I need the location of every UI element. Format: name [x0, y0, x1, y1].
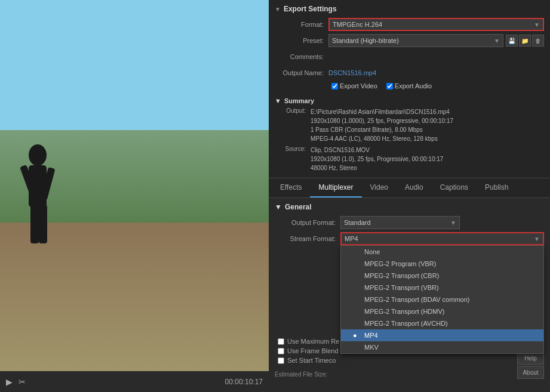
- summary-collapse-arrow[interactable]: ▼: [275, 97, 281, 104]
- estimated-file-size-row: Estimated File Size:: [269, 369, 550, 379]
- stream-option-mpeg2-transport-vbr[interactable]: MPEG-2 Transport (VBR): [341, 282, 543, 294]
- export-settings-title: Export Settings: [284, 5, 337, 13]
- use-frame-blend-input[interactable]: [278, 348, 284, 354]
- output-format-dropdown[interactable]: Standard ▼: [340, 216, 460, 229]
- stream-format-label: Stream Format:: [275, 235, 340, 242]
- output-format-label: Output Format:: [275, 219, 340, 226]
- summary-title: Summary: [284, 97, 314, 104]
- stream-option-mpeg2-bdav[interactable]: MPEG-2 Transport (BDAV common): [341, 294, 543, 305]
- stream-format-row: Stream Format: MP4 ▼ None: [275, 232, 544, 245]
- set-start-timecode-row: Set Start Timeco: [278, 357, 544, 364]
- preset-icons: 💾 📁 🗑: [506, 35, 544, 47]
- stream-option-mpeg2-transport-cbr[interactable]: MPEG-2 Transport (CBR): [341, 270, 543, 282]
- play-button[interactable]: ▶: [6, 377, 13, 387]
- tab-captions[interactable]: Captions: [432, 178, 477, 197]
- stream-option-mp4[interactable]: ● MP4: [341, 329, 543, 341]
- stream-format-arrow: ▼: [534, 236, 540, 242]
- stream-option-mpeg2-program[interactable]: MPEG-2 Program (VBR): [341, 258, 543, 270]
- export-settings-panel: ▼ Export Settings Format: TMPGEnc H.264 …: [269, 0, 550, 97]
- export-audio-label: Export Audio: [395, 82, 432, 89]
- comments-label: Comments:: [275, 53, 328, 60]
- export-audio-checkbox[interactable]: Export Audio: [386, 82, 432, 89]
- general-section: ▼ General Output Format: Standard ▼ Stre…: [269, 198, 550, 263]
- summary-output-key: Output:: [278, 107, 311, 143]
- output-name-label: Output Name:: [275, 69, 328, 76]
- summary-source-row: Source: Clip, DSCN1516.MOV 1920x1080 (1.…: [278, 146, 544, 172]
- timecode-display: 00:00:10:17: [225, 378, 263, 386]
- export-video-checkbox[interactable]: Export Video: [331, 82, 377, 89]
- save-preset-button[interactable]: 💾: [506, 35, 518, 47]
- general-header: ▼ General: [275, 203, 544, 211]
- preset-row: Preset: Standard (High-bitrate) ▼ 💾 📁 🗑: [275, 34, 544, 47]
- main-layout: ▶ ✂ 00:00:10:17 ▼ Export Settings Format…: [0, 0, 550, 392]
- summary-output-val: E:\Picture\Rashid Asian\Filmbardari\DSCN…: [311, 107, 453, 143]
- svg-rect-4: [30, 205, 39, 243]
- tab-audio[interactable]: Audio: [397, 178, 432, 197]
- preset-dropdown-arrow: ▼: [494, 38, 500, 44]
- export-video-input[interactable]: [331, 83, 338, 89]
- tab-multiplexer[interactable]: Multiplexer: [310, 178, 361, 197]
- general-collapse-arrow[interactable]: ▼: [275, 203, 282, 211]
- format-dropdown[interactable]: TMPGEnc H.264 ▼: [328, 18, 544, 31]
- video-preview: [0, 0, 269, 371]
- export-audio-input[interactable]: [386, 83, 393, 89]
- side-buttons: Help About: [517, 351, 544, 379]
- use-maximum-input[interactable]: [278, 338, 284, 345]
- person-silhouette: [14, 140, 62, 260]
- set-start-timecode-input[interactable]: [278, 357, 284, 364]
- estimated-label: Estimated File Size:: [275, 371, 327, 378]
- delete-preset-button[interactable]: 🗑: [532, 35, 544, 47]
- format-row: Format: TMPGEnc H.264 ▼: [275, 18, 544, 31]
- stream-format-popup: None MPEG-2 Program (VBR) MPEG-2 Transpo…: [340, 245, 544, 354]
- format-label: Format:: [275, 21, 328, 28]
- summary-source-val: Clip, DSCN1516.MOV 1920x1080 (1.0), 25 f…: [311, 146, 443, 172]
- stream-option-mpeg2-avchd[interactable]: MPEG-2 Transport (AVCHD): [341, 317, 543, 329]
- preset-dropdown[interactable]: Standard (High-bitrate) ▼: [328, 34, 503, 47]
- general-title: General: [285, 203, 312, 211]
- preset-value: Standard (High-bitrate): [332, 37, 399, 44]
- video-bottom-bar: ▶ ✂ 00:00:10:17: [0, 371, 269, 392]
- comments-row: Comments:: [275, 50, 544, 63]
- stream-dropdown-container: MP4 ▼ None MPEG-2 Program (VBR): [340, 232, 544, 245]
- stream-format-dropdown[interactable]: MP4 ▼: [340, 232, 544, 245]
- svg-rect-5: [39, 205, 47, 243]
- stream-option-none[interactable]: None: [341, 246, 543, 258]
- stream-option-mkv[interactable]: MKV: [341, 341, 543, 353]
- import-preset-button[interactable]: 📁: [519, 35, 531, 47]
- format-value: TMPGEnc H.264: [333, 21, 382, 28]
- tab-effects[interactable]: Effects: [272, 178, 310, 197]
- output-format-arrow: ▼: [450, 220, 456, 226]
- left-panel: ▶ ✂ 00:00:10:17: [0, 0, 269, 392]
- stream-format-value: MP4: [345, 235, 358, 242]
- use-maximum-label: Use Maximum Re: [287, 338, 339, 345]
- tabs-bar: Effects Multiplexer Video Audio Captions…: [269, 178, 550, 198]
- tab-publish[interactable]: Publish: [477, 178, 517, 197]
- collapse-arrow[interactable]: ▼: [275, 6, 281, 13]
- summary-source-key: Source:: [278, 146, 311, 172]
- set-start-timecode-label: Set Start Timeco: [287, 357, 336, 364]
- export-video-label: Export Video: [340, 82, 377, 89]
- output-format-value: Standard: [344, 219, 371, 226]
- right-panel: ▼ Export Settings Format: TMPGEnc H.264 …: [269, 0, 550, 392]
- stream-option-mpeg2-hdmv[interactable]: MPEG-2 Transport (HDMV): [341, 305, 543, 317]
- tab-content-multiplexer: ▼ General Output Format: Standard ▼ Stre…: [269, 198, 550, 392]
- use-frame-blend-label: Use Frame Blend: [287, 347, 339, 354]
- summary-content: Output: E:\Picture\Rashid Asian\Filmbard…: [275, 107, 544, 172]
- svg-point-0: [29, 144, 47, 166]
- trim-icon[interactable]: ✂: [19, 377, 26, 387]
- export-checkboxes-row: Export Video Export Audio: [275, 82, 544, 89]
- output-name-row: Output Name: DSCN1516.mp4: [275, 66, 544, 79]
- summary-output-row: Output: E:\Picture\Rashid Asian\Filmbard…: [278, 107, 544, 143]
- output-format-row: Output Format: Standard ▼: [275, 216, 544, 229]
- output-name-value[interactable]: DSCN1516.mp4: [328, 69, 376, 76]
- preset-label: Preset:: [275, 37, 328, 44]
- about-button[interactable]: About: [517, 366, 544, 379]
- summary-header: ▼ Summary: [275, 97, 544, 104]
- video-area: [0, 0, 269, 371]
- summary-section: ▼ Summary Output: E:\Picture\Rashid Asia…: [269, 97, 550, 178]
- export-settings-header: ▼ Export Settings: [275, 5, 544, 13]
- format-dropdown-arrow: ▼: [534, 21, 540, 28]
- tab-video[interactable]: Video: [362, 178, 397, 197]
